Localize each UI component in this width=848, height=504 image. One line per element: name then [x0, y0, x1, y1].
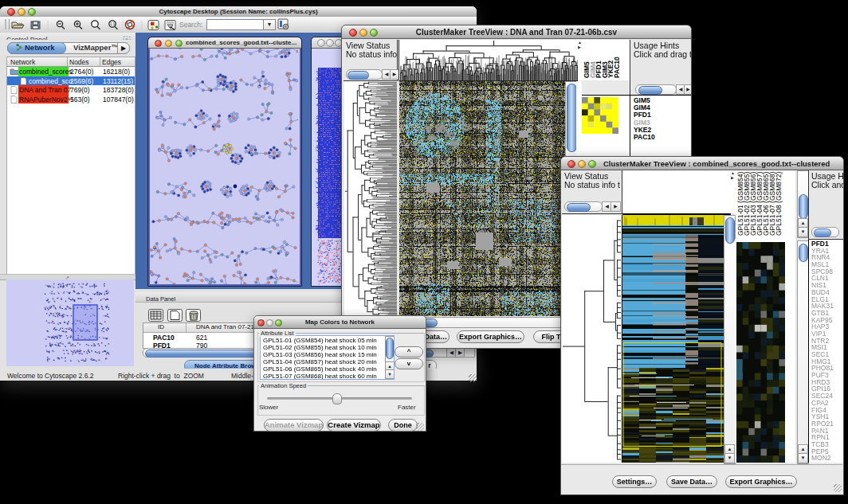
- svg-text:1:1: 1:1: [110, 22, 116, 26]
